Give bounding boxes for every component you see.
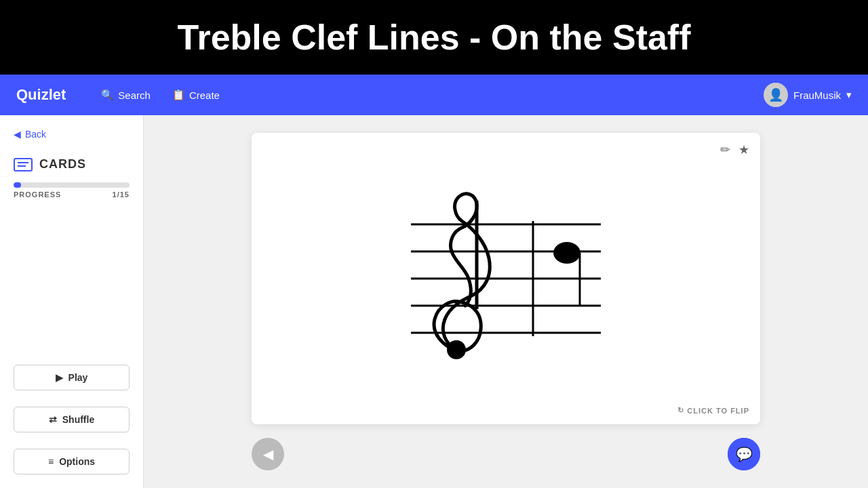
title-bar: Treble Clef Lines - On the Staff — [0, 0, 868, 75]
progress-text: PROGRESS — [14, 190, 61, 199]
star-button[interactable]: ★ — [738, 142, 749, 157]
progress-label: PROGRESS 1/15 — [14, 190, 130, 199]
create-label: Create — [189, 89, 220, 101]
progress-container: PROGRESS 1/15 — [14, 182, 130, 199]
prev-button[interactable]: ◀ — [252, 438, 284, 470]
username: FrauMusik — [793, 89, 841, 101]
cards-label: CARDS — [14, 157, 130, 171]
options-icon: ≡ — [48, 456, 54, 467]
progress-value: 1/15 — [113, 190, 130, 199]
flashcard[interactable]: ✏ ★ — [252, 133, 760, 424]
svg-point-8 — [553, 242, 580, 264]
back-button[interactable]: ◀ Back — [14, 129, 130, 140]
chevron-down-icon: ▾ — [846, 89, 852, 101]
options-label: Options — [59, 456, 95, 467]
create-nav-item[interactable]: 📋 Create — [164, 85, 228, 105]
progress-bar-fill — [14, 182, 21, 188]
chat-icon: 💬 — [736, 446, 753, 462]
flip-text: CLICK TO FLIP — [687, 407, 749, 415]
play-label: Play — [68, 372, 88, 383]
search-icon: 🔍 — [101, 89, 114, 101]
nav-buttons: ◀ ▶ 💬 — [252, 438, 760, 470]
nav-logo[interactable]: Quizlet — [16, 86, 66, 104]
navbar: Quizlet 🔍 Search 📋 Create 👤 FrauMusik ▾ — [0, 75, 868, 115]
search-nav-item[interactable]: 🔍 Search — [93, 85, 159, 105]
sidebar: ◀ Back CARDS PROGRESS 1/15 ▶ Play — [0, 115, 144, 488]
chat-button[interactable]: 💬 — [728, 438, 760, 470]
main-area: ✏ ★ — [144, 115, 868, 488]
create-icon: 📋 — [172, 89, 185, 101]
content-area: ◀ Back CARDS PROGRESS 1/15 ▶ Play — [0, 115, 868, 488]
cards-icon — [14, 158, 33, 171]
back-label: Back — [25, 129, 46, 140]
play-button[interactable]: ▶ Play — [14, 365, 130, 390]
user-menu[interactable]: 👤 FrauMusik ▾ — [764, 83, 852, 107]
card-content — [252, 133, 760, 424]
shuffle-button[interactable]: ⇄ Shuffle — [14, 407, 130, 432]
edit-button[interactable]: ✏ — [720, 142, 730, 157]
flip-hint[interactable]: ↻ CLICK TO FLIP — [677, 406, 749, 415]
music-notation — [391, 184, 621, 373]
search-label: Search — [118, 89, 151, 101]
page-title: Treble Clef Lines - On the Staff — [178, 17, 691, 58]
prev-icon: ◀ — [263, 446, 273, 462]
back-chevron-icon: ◀ — [14, 129, 21, 140]
card-actions: ✏ ★ — [720, 142, 749, 157]
shuffle-icon: ⇄ — [49, 414, 57, 425]
flip-icon: ↻ — [677, 406, 684, 415]
options-button[interactable]: ≡ Options — [14, 449, 130, 474]
cards-text: CARDS — [39, 157, 86, 171]
avatar: 👤 — [764, 83, 788, 107]
shuffle-label: Shuffle — [62, 414, 94, 425]
progress-bar-background — [14, 182, 130, 188]
play-icon: ▶ — [56, 372, 63, 383]
svg-point-5 — [447, 340, 466, 359]
cards-section: CARDS PROGRESS 1/15 — [14, 157, 130, 201]
